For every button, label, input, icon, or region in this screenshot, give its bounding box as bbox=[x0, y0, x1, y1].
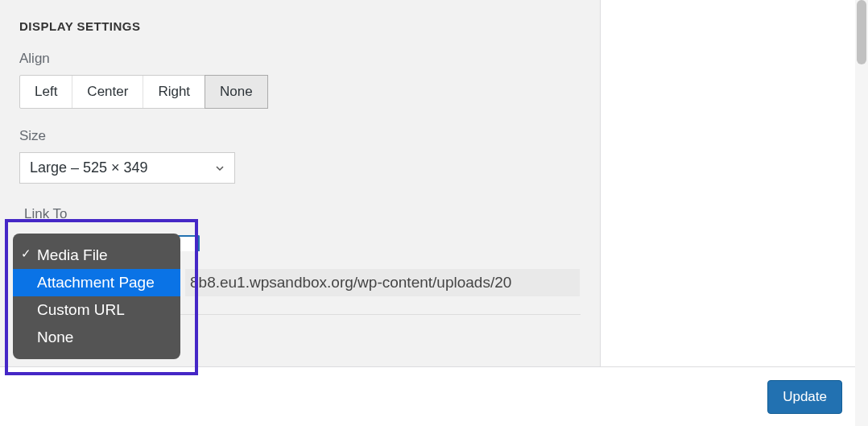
panel-divider bbox=[600, 0, 605, 366]
modal-footer: Update bbox=[0, 366, 855, 426]
section-heading: DISPLAY SETTINGS bbox=[19, 19, 581, 33]
align-label: Align bbox=[19, 51, 581, 67]
linkto-field: Link To Media File Attachment Page Custo… bbox=[19, 206, 581, 315]
linkto-option-custom-url[interactable]: Custom URL bbox=[13, 296, 180, 324]
align-none-button[interactable]: None bbox=[205, 75, 268, 109]
linkto-option-attachment-page[interactable]: Attachment Page bbox=[13, 269, 180, 296]
align-right-button[interactable]: Right bbox=[143, 76, 205, 108]
update-button[interactable]: Update bbox=[767, 380, 842, 414]
align-left-button[interactable]: Left bbox=[20, 76, 72, 108]
size-select[interactable]: Large – 525 × 349 bbox=[19, 152, 235, 184]
size-label: Size bbox=[19, 128, 581, 144]
linkto-url-input[interactable]: 8b8.eu1.wpsandbox.org/wp-content/uploads… bbox=[185, 269, 580, 296]
align-button-group: Left Center Right None bbox=[19, 75, 268, 109]
linkto-option-media-file[interactable]: Media File bbox=[13, 242, 180, 269]
scrollbar-vertical[interactable] bbox=[855, 0, 868, 426]
linkto-dropdown-menu: Media File Attachment Page Custom URL No… bbox=[13, 234, 180, 359]
scrollbar-thumb[interactable] bbox=[857, 0, 866, 64]
linkto-label: Link To bbox=[24, 206, 581, 222]
align-center-button[interactable]: Center bbox=[72, 76, 143, 108]
linkto-option-none[interactable]: None bbox=[13, 324, 180, 351]
size-field: Size Large – 525 × 349 bbox=[19, 128, 581, 184]
chevron-down-icon bbox=[215, 163, 225, 173]
size-select-value: Large – 525 × 349 bbox=[30, 159, 148, 176]
display-settings-panel: DISPLAY SETTINGS Align Left Center Right… bbox=[0, 0, 600, 366]
